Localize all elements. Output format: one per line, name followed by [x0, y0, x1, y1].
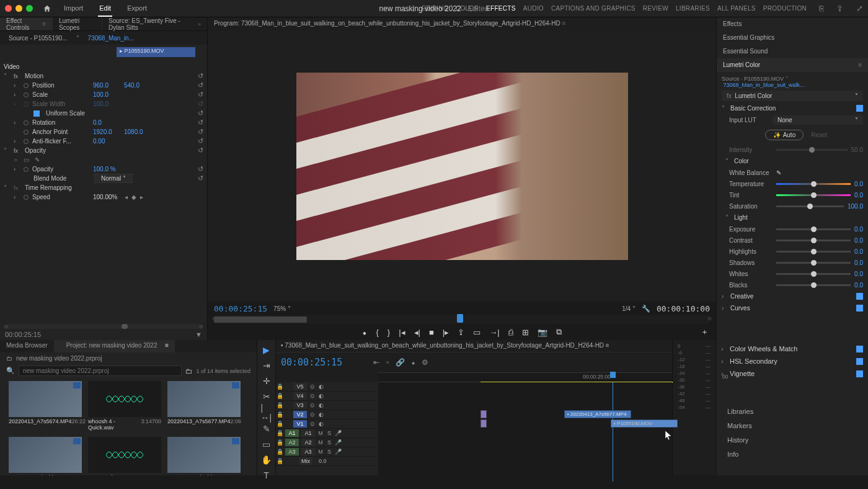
- nav-import[interactable]: Import: [63, 1, 84, 17]
- cwm-enable[interactable]: [856, 346, 863, 352]
- lumetri-effect-dropdown[interactable]: Lumetri Color: [735, 92, 772, 99]
- basic-correction[interactable]: Basic Correction: [730, 105, 776, 112]
- tab-lumetri-scopes[interactable]: Lumetri Scopes: [53, 17, 102, 30]
- lock-icon[interactable]: 🔒: [276, 411, 284, 418]
- timeline-timecode[interactable]: 00:00:25:15: [281, 357, 342, 368]
- ws-allpanels[interactable]: ALL PANELS: [717, 5, 756, 12]
- keyframe-rotation[interactable]: [24, 120, 29, 125]
- position-x[interactable]: 960.0: [93, 82, 120, 89]
- solo-icon[interactable]: S: [325, 430, 334, 436]
- track-area[interactable]: ▪ 20220413_A7s5677.MP4▪ P1055190.MOV: [378, 382, 672, 475]
- nav-export[interactable]: Export: [126, 1, 148, 17]
- uniform-scale-checkbox[interactable]: [33, 110, 40, 117]
- temperature-slider[interactable]: [776, 183, 851, 185]
- project-item[interactable]: 73068_Man_in_blue_...51:18: [167, 437, 241, 475]
- basic-enable-checkbox[interactable]: [856, 105, 863, 112]
- video-track-header[interactable]: 🔒V1⊙◐: [276, 419, 378, 429]
- tab-essential-sound[interactable]: Essential Sound: [717, 45, 868, 58]
- solo-icon[interactable]: S: [325, 449, 334, 455]
- flicker-value[interactable]: 0.00: [93, 138, 120, 145]
- twirl-scale[interactable]: ›: [14, 91, 20, 98]
- video-preview[interactable]: [208, 31, 716, 302]
- mute-icon[interactable]: M: [316, 439, 325, 446]
- hsl-enable[interactable]: [856, 358, 863, 365]
- add-button-icon[interactable]: ＋: [701, 326, 709, 338]
- project-item[interactable]: 20220413_A7s5677.MP42:06: [167, 381, 241, 431]
- twirl-opacity[interactable]: ›: [14, 166, 20, 173]
- reset-motion[interactable]: ↺: [198, 72, 203, 80]
- video-track-header[interactable]: 🔒V3⊙◐: [276, 401, 378, 410]
- shadows-slider[interactable]: [776, 262, 851, 264]
- vignette-enable[interactable]: [856, 370, 863, 377]
- reset-opacity[interactable]: ↺: [198, 165, 203, 173]
- saturation-slider[interactable]: [776, 205, 844, 207]
- project-item[interactable]: whoosh 4 - Quick.wav3:14700: [88, 381, 161, 431]
- sequence-tab[interactable]: • 73068_Man_in_blue_suit_walking_on_beac…: [276, 340, 672, 352]
- prev-keyframe[interactable]: ◂: [125, 194, 128, 200]
- tab-lumetri-color[interactable]: Lumetri Color≡: [717, 58, 868, 72]
- wrench-icon[interactable]: 🔧: [642, 305, 650, 313]
- step-back-icon[interactable]: ◂|: [414, 328, 420, 337]
- curves-section[interactable]: Curves: [730, 305, 750, 312]
- video-track-header[interactable]: 🔒V4⊙◐: [276, 392, 378, 401]
- lift-icon[interactable]: ▭: [473, 328, 480, 337]
- rect-mask-icon[interactable]: ▭: [24, 156, 31, 163]
- reset-position[interactable]: ↺: [198, 81, 203, 89]
- tab-media-browser[interactable]: Media Browser: [0, 340, 54, 352]
- twirl-hsl[interactable]: ›: [721, 357, 727, 365]
- reset-opacity-fx[interactable]: ↺: [198, 146, 203, 155]
- project-item[interactable]: ES_Beach 2 - SFX...2:00:06144: [88, 437, 161, 475]
- keyframe-opacity[interactable]: [24, 167, 29, 172]
- blacks-value[interactable]: 0.0: [854, 282, 863, 289]
- nav-edit[interactable]: Edit: [98, 1, 112, 17]
- lock-icon[interactable]: 🔒: [276, 393, 284, 399]
- pen-mask-icon[interactable]: ✎: [35, 156, 42, 163]
- project-item[interactable]: 20220413_A7s5674.MP426:22: [9, 381, 82, 431]
- close-window[interactable]: [5, 5, 12, 12]
- minimize-window[interactable]: [16, 5, 22, 12]
- timeline-ruler[interactable]: 00:00:25:00 00: [378, 372, 672, 382]
- speed-value[interactable]: 100.00%: [93, 194, 117, 200]
- keyframe-speed[interactable]: [24, 195, 29, 200]
- src-clip-dropdown[interactable]: Source - P1055190...: [9, 35, 68, 42]
- audio-track-header[interactable]: 🔒A1A1MS🎤: [276, 429, 378, 438]
- tab-essential-graphics[interactable]: Essential Graphics: [717, 31, 868, 45]
- timeline-clip[interactable]: ▪ 20220413_A7s5677.MP4: [564, 410, 631, 418]
- eye-icon[interactable]: ⊙: [308, 421, 317, 427]
- toggle-icon[interactable]: ◐: [317, 402, 326, 408]
- home-icon[interactable]: [43, 4, 51, 13]
- toggle-icon[interactable]: ◐: [317, 421, 326, 427]
- solo-icon[interactable]: S: [325, 439, 334, 446]
- opacity-effect[interactable]: Opacity: [25, 147, 82, 154]
- zoom-dropdown[interactable]: 75% ˅: [273, 305, 291, 312]
- twirl-speed[interactable]: ›: [14, 194, 20, 200]
- go-to-in-icon[interactable]: |◂: [399, 328, 405, 337]
- new-bin-icon[interactable]: 🗀: [185, 367, 192, 375]
- track-name[interactable]: V4: [293, 392, 307, 400]
- track-name[interactable]: V1: [293, 420, 307, 428]
- camera-icon[interactable]: 📷: [538, 328, 547, 337]
- blend-mode-dropdown[interactable]: Normal ˅: [94, 174, 133, 183]
- reset-button[interactable]: Reset: [811, 132, 827, 138]
- scale-value[interactable]: 100.0: [93, 91, 120, 98]
- lut-dropdown[interactable]: None˅: [773, 115, 863, 125]
- cwm-section[interactable]: Color Wheels & Match: [730, 345, 797, 352]
- track-name[interactable]: A1: [301, 429, 315, 437]
- twirl-time-remap[interactable]: ˅: [4, 184, 10, 191]
- play-icon[interactable]: ■: [429, 328, 434, 337]
- twirl-position[interactable]: ›: [14, 82, 20, 89]
- whites-slider[interactable]: [776, 273, 851, 275]
- razor-tool-icon[interactable]: ✂: [261, 392, 272, 402]
- auto-button[interactable]: ✨ Auto: [765, 130, 804, 140]
- track-name[interactable]: V2: [293, 411, 307, 418]
- playhead-line[interactable]: [613, 382, 613, 482]
- tint-value[interactable]: 0.0: [854, 192, 863, 199]
- insert-icon[interactable]: ⇤: [373, 358, 379, 367]
- step-forward-icon[interactable]: |▸: [443, 328, 449, 337]
- ws-captions[interactable]: CAPTIONS AND GRAPHICS: [551, 5, 636, 12]
- lock-icon[interactable]: 🔒: [276, 458, 284, 464]
- reset-uniform[interactable]: ↺: [198, 109, 203, 117]
- highlights-value[interactable]: 0.0: [854, 248, 863, 255]
- rotation-value[interactable]: 0.0: [93, 119, 120, 126]
- mute-icon[interactable]: M: [316, 449, 325, 455]
